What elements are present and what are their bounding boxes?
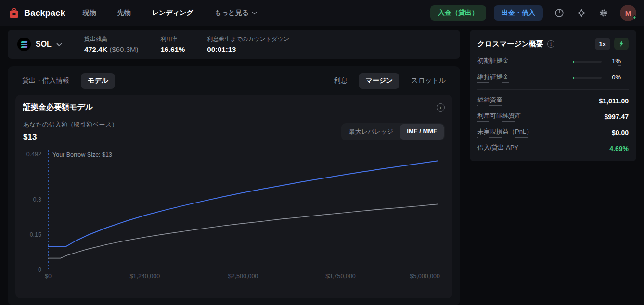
x-tick-label: $2,500,000 bbox=[228, 273, 258, 280]
x-tick-label: $5,000,000 bbox=[410, 273, 440, 280]
asset-bar: SOL 貸出残高472.4K ($60.3M)利用率16.61%利息発生までのカ… bbox=[8, 30, 460, 59]
nav-item-more[interactable]: もっと見る bbox=[215, 9, 257, 17]
row-value: $1,011.00 bbox=[599, 97, 629, 105]
divider bbox=[477, 89, 629, 90]
lending-detail-section: 貸出・借入情報モデル 利息マージンスロットル 証拠金必要額モデル i あなたの借… bbox=[8, 66, 460, 305]
meter-maintenance-margin: 維持証拠金0% bbox=[477, 73, 629, 83]
chevron-down-icon bbox=[252, 12, 257, 15]
x-tick-label: $1,240,000 bbox=[130, 273, 160, 280]
left-tab-group: 貸出・借入情報モデル bbox=[15, 73, 115, 89]
row-label: 未実現損益（PnL） bbox=[477, 127, 532, 138]
row-label: 総純資産 bbox=[477, 96, 502, 106]
withdraw-borrow-button[interactable]: 出金・借入 bbox=[494, 5, 543, 21]
y-tick-label: 0.15 bbox=[30, 231, 41, 238]
meter-value: 0% bbox=[612, 74, 621, 82]
stat-lend-balance: 貸出残高472.4K ($60.3M) bbox=[84, 35, 139, 53]
main-nav: 現物先物レンディングもっと見る bbox=[83, 9, 257, 17]
borrow-size-label: あなたの借入額（取引額ベース） bbox=[23, 120, 118, 129]
stat-value: 472.4K ($60.3M) bbox=[84, 45, 139, 53]
deposit-lend-button[interactable]: 入金（貸出） bbox=[430, 5, 486, 21]
stat-utilization: 利用率16.61% bbox=[160, 35, 185, 53]
borrow-size-annotation: Your Borrow Size: $13 bbox=[52, 152, 112, 158]
solana-icon bbox=[17, 38, 31, 51]
y-tick-label: 0 bbox=[38, 267, 41, 273]
row-value: $997.47 bbox=[604, 113, 629, 121]
meter-track bbox=[573, 61, 602, 63]
stat-interest-countdown: 利息発生までのカウントダウン00:01:13 bbox=[207, 35, 289, 53]
x-tick-label: $0 bbox=[45, 273, 52, 280]
row-value: 4.69% bbox=[609, 145, 629, 152]
settings-gear-icon[interactable] bbox=[598, 7, 609, 19]
row-available-net-assets: 利用可能純資産$997.47 bbox=[477, 112, 629, 122]
avatar-bolt-badge-icon bbox=[631, 14, 638, 23]
stat-subvalue: ($60.3M) bbox=[109, 45, 138, 53]
x-tick-label: $3,750,000 bbox=[325, 273, 356, 280]
row-borrow-lend-apy: 借入/貸出 APY4.69% bbox=[477, 143, 629, 153]
tab-interest[interactable]: 利息 bbox=[327, 73, 354, 89]
info-icon[interactable]: i bbox=[547, 40, 554, 48]
stat-label: 利息発生までのカウントダウン bbox=[207, 35, 289, 43]
margin-model-chart: 00.150.30.492$0$1,240,000$2,500,000$3,75… bbox=[23, 148, 446, 281]
tabs-row: 貸出・借入情報モデル 利息マージンスロットル bbox=[8, 66, 460, 94]
auto-lend-bolt-button[interactable] bbox=[614, 38, 629, 50]
portfolio-pie-icon[interactable] bbox=[554, 7, 565, 19]
info-icon[interactable]: i bbox=[437, 103, 445, 112]
toggle-imf-mmf[interactable]: IMF / MMF bbox=[400, 124, 444, 140]
top-nav: Backpack 現物先物レンディングもっと見る 入金（貸出） 出金・借入 M bbox=[0, 0, 644, 26]
tab-lend-borrow-info[interactable]: 貸出・借入情報 bbox=[15, 73, 76, 89]
chevron-down-icon bbox=[56, 40, 62, 49]
row-total-net-assets: 総純資産$1,011.00 bbox=[477, 96, 629, 106]
toggle-max-leverage[interactable]: 最大レバレッジ bbox=[342, 124, 400, 140]
rewards-sparkle-icon[interactable] bbox=[576, 7, 587, 19]
y-tick-label: 0.3 bbox=[33, 196, 41, 203]
meter-track bbox=[573, 77, 602, 79]
meter-label: 初期証拠金 bbox=[477, 56, 509, 66]
cross-margin-panel: クロスマージン概要 i 1x 初期証拠金1%維持証拠金0% 総純資産$1,011… bbox=[470, 30, 636, 161]
series-imf-line bbox=[48, 161, 438, 246]
brand-name[interactable]: Backpack bbox=[24, 8, 65, 18]
asset-stats: 貸出残高472.4K ($60.3M)利用率16.61%利息発生までのカウントダ… bbox=[84, 35, 289, 53]
meter-fill bbox=[573, 77, 574, 79]
row-label: 借入/貸出 APY bbox=[477, 143, 518, 153]
asset-selector[interactable]: SOL bbox=[17, 38, 62, 51]
model-toggle: 最大レバレッジIMF / MMF bbox=[341, 123, 445, 140]
panel-rows: 総純資産$1,011.00利用可能純資産$997.47未実現損益（PnL）$0.… bbox=[477, 96, 629, 153]
row-unrealized-pnl: 未実現損益（PnL）$0.00 bbox=[477, 127, 629, 138]
panel-title: クロスマージン概要 bbox=[477, 39, 543, 49]
meter-label: 維持証拠金 bbox=[477, 73, 509, 83]
card-title: 証拠金必要額モデル bbox=[23, 102, 93, 113]
margin-meters: 初期証拠金1%維持証拠金0% bbox=[477, 56, 629, 83]
tab-throttle[interactable]: スロットル bbox=[404, 73, 452, 89]
tab-margin[interactable]: マージン bbox=[359, 73, 399, 89]
backpack-logo-icon[interactable] bbox=[8, 7, 20, 19]
asset-symbol: SOL bbox=[36, 40, 52, 49]
stat-value: 00:01:13 bbox=[207, 45, 289, 53]
tab-model[interactable]: モデル bbox=[81, 73, 115, 89]
stat-label: 貸出残高 bbox=[84, 35, 139, 43]
meter-value: 1% bbox=[612, 57, 621, 66]
avatar-letter: M bbox=[625, 9, 631, 17]
nav-item-spot[interactable]: 現物 bbox=[83, 9, 96, 17]
right-tab-group: 利息マージンスロットル bbox=[327, 73, 452, 89]
y-tick-label: 0.492 bbox=[26, 151, 41, 158]
meter-initial-margin: 初期証拠金1% bbox=[477, 56, 629, 66]
leverage-badge[interactable]: 1x bbox=[595, 38, 610, 50]
row-label: 利用可能純資産 bbox=[477, 112, 521, 122]
avatar[interactable]: M bbox=[620, 5, 636, 21]
stat-value: 16.61% bbox=[160, 45, 185, 53]
meter-fill bbox=[573, 61, 574, 63]
nav-item-futures[interactable]: 先物 bbox=[117, 9, 131, 17]
margin-model-card: 証拠金必要額モデル i あなたの借入額（取引額ベース） $13 最大レバレッジI… bbox=[15, 95, 452, 298]
borrow-size-value: $13 bbox=[23, 132, 118, 142]
series-mmf-line bbox=[48, 204, 438, 258]
row-value: $0.00 bbox=[612, 129, 629, 137]
nav-item-lending[interactable]: レンディング bbox=[152, 9, 193, 17]
stat-label: 利用率 bbox=[160, 35, 185, 43]
